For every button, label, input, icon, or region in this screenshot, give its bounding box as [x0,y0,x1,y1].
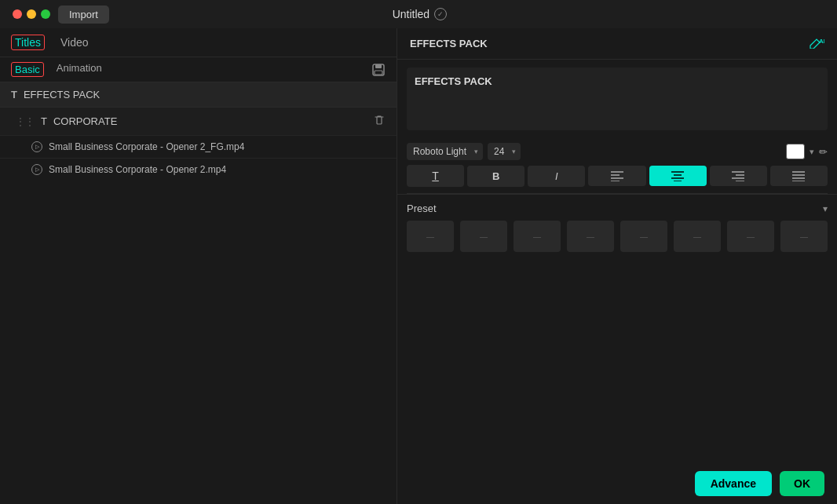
format-align-left-button[interactable] [588,166,645,186]
ai-edit-icon[interactable]: AI [809,36,824,51]
format-text-style-button[interactable]: T [407,165,464,187]
title-text: Untitled [393,8,429,20]
file-name-1: Small Business Corporate - Opener 2_FG.m… [49,141,244,152]
save-icon[interactable] [371,63,386,77]
play-icon-1: ▷ [31,141,42,152]
preset-item-6[interactable]: — [674,221,721,252]
font-size-select[interactable]: 24 [488,143,521,160]
color-dropdown-btn[interactable]: ▾ [808,145,816,159]
preset-item-1[interactable]: — [407,221,454,252]
subgroup-corporate: ⋮⋮ T CORPORATE [0,107,397,135]
preset-item-5[interactable]: — [620,221,667,252]
titlebar-left: Import [13,5,109,24]
text-editor[interactable]: EFFECTS PACK [407,68,828,130]
svg-text:AI: AI [819,38,824,45]
tab-titles[interactable]: Titles [11,35,45,50]
format-align-right-button[interactable] [710,166,767,186]
ok-button[interactable]: OK [780,471,824,496]
status-icon: ✓ [434,8,447,20]
main-tab-row: Titles Video [0,28,397,57]
font-size-wrapper: 24 ▾ [488,143,521,160]
drag-icon: ⋮⋮ [16,116,35,127]
t-icon: T [11,89,17,100]
effects-pack-title: EFFECTS PACK [410,38,488,49]
group-effects-pack: T EFFECTS PACK [0,82,397,107]
t-icon-corp: T [41,115,47,127]
close-button[interactable] [13,9,22,19]
format-bold-button[interactable]: B [467,166,524,187]
preset-item-8[interactable]: — [780,221,828,252]
preset-item-3[interactable]: — [514,221,561,252]
tab-video[interactable]: Video [57,35,92,50]
trash-icon[interactable] [373,114,386,129]
tab-basic[interactable]: Basic [11,62,44,77]
preset-items: — — — — — — — — [407,221,828,252]
right-panel: EFFECTS PACK AI EFFECTS PACK Roboto Ligh… [397,28,837,504]
left-panel: Titles Video Basic Animation T EFFECT [0,28,397,504]
sub-tab-left: Basic Animation [11,62,102,77]
sub-tab-row: Basic Animation [0,57,397,82]
svg-rect-1 [375,64,382,68]
maximize-button[interactable] [41,9,50,19]
preset-section: Preset ▾ — — — — — — — — [397,194,837,260]
file-item-1[interactable]: ▷ Small Business Corporate - Opener 2_FG… [0,135,397,158]
subgroup-label: CORPORATE [53,115,117,127]
color-picker: ▾ ✏ [786,144,828,159]
preset-item-4[interactable]: — [567,221,614,252]
main-layout: Titles Video Basic Animation T EFFECT [0,28,837,504]
format-align-center-button[interactable] [649,166,707,186]
text-toolbar: Roboto Light ▾ 24 ▾ ▾ ✏ [397,138,837,165]
preset-header: Preset ▾ [407,203,828,214]
group-label: EFFECTS PACK [24,89,100,100]
preset-item-7[interactable]: — [727,221,774,252]
font-select-wrapper: Roboto Light ▾ [407,143,483,160]
titlebar: Import Untitled ✓ [0,0,837,28]
effects-pack-header: EFFECTS PACK AI [397,28,837,60]
window-title: Untitled ✓ [393,8,447,20]
file-item-2[interactable]: ▷ Small Business Corporate - Opener 2.mp… [0,158,397,181]
preset-item-2[interactable]: — [460,221,507,252]
traffic-lights [13,9,50,19]
subgroup-info: ⋮⋮ T CORPORATE [16,115,117,127]
tab-animation[interactable]: Animation [57,62,102,77]
advance-button[interactable]: Advance [695,471,772,496]
font-select[interactable]: Roboto Light [407,143,483,160]
minimize-button[interactable] [27,9,36,19]
chevron-down-icon[interactable]: ▾ [823,203,828,214]
color-swatch[interactable] [786,144,805,159]
file-list: T EFFECTS PACK ⋮⋮ T CORPORATE [0,82,397,504]
format-align-justify-button[interactable] [770,166,828,186]
bottom-bar: Advance OK [397,463,837,504]
preset-title: Preset [407,203,437,214]
svg-rect-2 [375,71,382,75]
format-btns-row: T B I [397,165,837,193]
subgroup-inner: ⋮⋮ T CORPORATE [16,114,386,129]
play-icon-2: ▷ [31,164,42,175]
import-button[interactable]: Import [58,5,109,24]
pencil-icon[interactable]: ✏ [819,146,828,158]
file-name-2: Small Business Corporate - Opener 2.mp4 [49,164,226,175]
format-italic-button[interactable]: I [528,166,585,187]
